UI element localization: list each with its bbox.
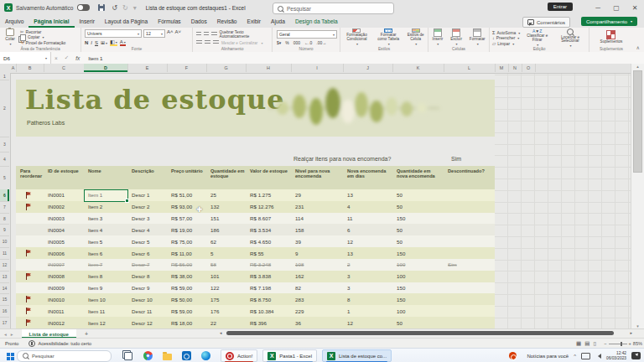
sort-filter-button[interactable]: A▼Z Classificar e Filtrar▾: [523, 29, 551, 47]
format-as-table-button[interactable]: Formatar como Tabela▾: [373, 28, 403, 46]
cell-IN0012-name[interactable]: Item 12: [84, 317, 127, 328]
cell-IN0008-days[interactable]: 3: [343, 271, 392, 282]
cell-IN0003-value[interactable]: R$ 8.607: [246, 213, 290, 225]
cell-IN0008-name[interactable]: Item 8: [84, 271, 127, 282]
cell-IN0006-discontinued[interactable]: [444, 247, 494, 259]
hidden-icons-chevron[interactable]: ^: [574, 354, 576, 359]
cell-IN0003-reorder_qty[interactable]: 150: [392, 213, 443, 225]
menu-tab-design-da-tabela[interactable]: Design da Tabela: [290, 15, 343, 28]
horizontal-scroll-thumb[interactable]: [226, 331, 614, 335]
align-left-icon[interactable]: [196, 40, 202, 45]
menu-tab-p-gina-inicial[interactable]: Página Inicial: [29, 15, 74, 28]
zoom-slider[interactable]: [609, 344, 627, 344]
row-header-8[interactable]: 8: [0, 213, 9, 225]
column-header-I[interactable]: I: [291, 64, 344, 72]
cell-IN0006-value[interactable]: R$ 55: [246, 247, 290, 259]
cell-IN0009-days[interactable]: 3: [343, 282, 392, 294]
cell-IN0008-price[interactable]: R$ 38,00: [167, 271, 205, 282]
row-header-17[interactable]: 17: [0, 317, 9, 328]
menu-tab-inserir[interactable]: Inserir: [75, 15, 100, 28]
cell-IN0012-reorder_qty[interactable]: 50: [392, 317, 443, 328]
cell-IN0006-id[interactable]: IN0006: [44, 247, 83, 259]
cell-IN0011-desc[interactable]: Descr 11: [127, 305, 166, 317]
cell-IN0012-discontinued[interactable]: [444, 317, 494, 328]
cell-IN0011-value[interactable]: R$ 10.384: [246, 305, 290, 317]
row-header-9[interactable]: 9: [0, 224, 9, 236]
menu-tab-layout-da-p-gina[interactable]: Layout da Página: [100, 15, 153, 28]
cell-IN0006-reorder_qty[interactable]: 150: [392, 247, 443, 259]
cell-IN0003-name[interactable]: Item 3: [84, 213, 127, 225]
cell-IN0001-days[interactable]: 13: [343, 189, 392, 201]
next-sheet-icon[interactable]: ▸: [11, 332, 13, 337]
new-sheet-button[interactable]: +: [85, 331, 88, 337]
cell-IN0005-level[interactable]: 39: [291, 235, 342, 247]
name-box[interactable]: D6▾: [0, 52, 51, 64]
cell-IN0009-price[interactable]: R$ 59,00: [167, 282, 205, 294]
cell-IN0001-qty[interactable]: 25: [206, 189, 245, 201]
cell-IN0007-reorder_qty[interactable]: 100: [392, 259, 443, 271]
zoom-knob[interactable]: [621, 342, 622, 346]
autosum-button[interactable]: ΣAutoSoma▾: [492, 30, 520, 35]
start-button[interactable]: [7, 353, 10, 356]
prev-sheet-icon[interactable]: ◂: [4, 332, 7, 337]
wrap-text-button[interactable]: Quebrar Texto Automaticamente: [220, 30, 268, 39]
cell-IN0007-discontinued[interactable]: Sim: [444, 259, 494, 271]
formula-bar-value[interactable]: Item 1: [88, 55, 102, 61]
cell-IN0004-price[interactable]: R$ 19,00: [167, 224, 205, 235]
menu-tab-f-rmulas[interactable]: Fórmulas: [153, 15, 185, 28]
cell-IN0005-qty[interactable]: 62: [206, 235, 245, 247]
column-header-G[interactable]: G: [206, 64, 247, 72]
save-icon[interactable]: [98, 4, 105, 11]
column-header-N[interactable]: N: [508, 64, 522, 72]
cell-IN0003-level[interactable]: 114: [291, 213, 342, 225]
cell-IN0011-name[interactable]: Item 11: [84, 305, 127, 317]
zoom-level[interactable]: 85%: [633, 341, 642, 346]
taskbar-search-box[interactable]: Pesquisar: [17, 350, 112, 362]
news-label[interactable]: Notícias para você: [527, 354, 569, 359]
bold-button[interactable]: N: [85, 40, 88, 45]
row-header-3[interactable]: 3: [0, 137, 9, 153]
cell-IN0012-days[interactable]: 12: [343, 317, 392, 328]
volume-icon[interactable]: [595, 354, 601, 359]
cell-styles-button[interactable]: Estilos de Célula▾: [403, 28, 428, 46]
cell-IN0007-days[interactable]: 2: [343, 259, 392, 271]
cell-IN0006-name[interactable]: Item 6: [84, 247, 127, 259]
cell-IN0008-value[interactable]: R$ 3.838: [246, 271, 290, 282]
taskbar-window-action[interactable]: Action!: [221, 349, 257, 362]
cell-IN0011-days[interactable]: 1: [343, 305, 392, 317]
row-header-15[interactable]: 15: [0, 293, 9, 306]
cell-IN0009-desc[interactable]: Descr 9: [127, 282, 166, 294]
taskbar-window-lista-de-estoque-co[interactable]: XLista de estoque co...: [322, 349, 392, 362]
cell-IN0002-name[interactable]: Item 2: [84, 201, 127, 213]
borders-icon[interactable]: ⊞▾: [101, 39, 107, 45]
menu-tab-exibir[interactable]: Exibir: [242, 15, 267, 28]
reorder-prompt-answer[interactable]: Sim: [451, 152, 461, 166]
cell-IN0001-discontinued[interactable]: [444, 189, 494, 201]
cell-IN0009-name[interactable]: Item 9: [84, 282, 127, 294]
cell-IN0001-desc[interactable]: Descr 1: [127, 189, 166, 201]
taskbar-window-pasta1-excel[interactable]: XPasta1 - Excel: [262, 349, 317, 362]
cell-IN0005-id[interactable]: IN0005: [44, 235, 83, 247]
cell-IN0007-desc[interactable]: Descr 7: [127, 259, 166, 271]
column-header-C[interactable]: C: [44, 64, 85, 72]
column-header-E[interactable]: E: [127, 64, 168, 72]
cell-IN0009-qty[interactable]: 122: [206, 282, 245, 294]
empty-cells-area[interactable]: [495, 64, 631, 328]
outlook-icon[interactable]: [182, 351, 191, 360]
menu-tab-revis-o[interactable]: Revisão: [212, 15, 242, 28]
cell-IN0012-value[interactable]: R$ 396: [246, 317, 290, 328]
desktop-preview-icon[interactable]: [631, 352, 641, 359]
cell-IN0003-price[interactable]: R$ 57,00: [167, 213, 205, 225]
cell-IN0008-qty[interactable]: 101: [206, 271, 245, 282]
scroll-left-icon[interactable]: ◂: [220, 330, 222, 335]
row-header-12[interactable]: 12: [0, 259, 9, 272]
task-view-icon[interactable]: [124, 352, 132, 360]
cell-IN0005-desc[interactable]: Descr 5: [127, 235, 166, 247]
worksheet[interactable]: ABCDEFGHIJKLMNO 123456789101112131415161…: [0, 64, 644, 328]
format-painter-button[interactable]: ✎Pincel de Formatação: [20, 40, 65, 45]
font-family-select[interactable]: Univers▾: [85, 29, 142, 38]
cell-IN0010-price[interactable]: R$ 50,00: [167, 293, 205, 305]
cell-IN0005-name[interactable]: Item 5: [84, 235, 127, 247]
cell-IN0005-price[interactable]: R$ 75,00: [167, 235, 205, 247]
cell-IN0004-name[interactable]: Item 4: [84, 224, 127, 235]
